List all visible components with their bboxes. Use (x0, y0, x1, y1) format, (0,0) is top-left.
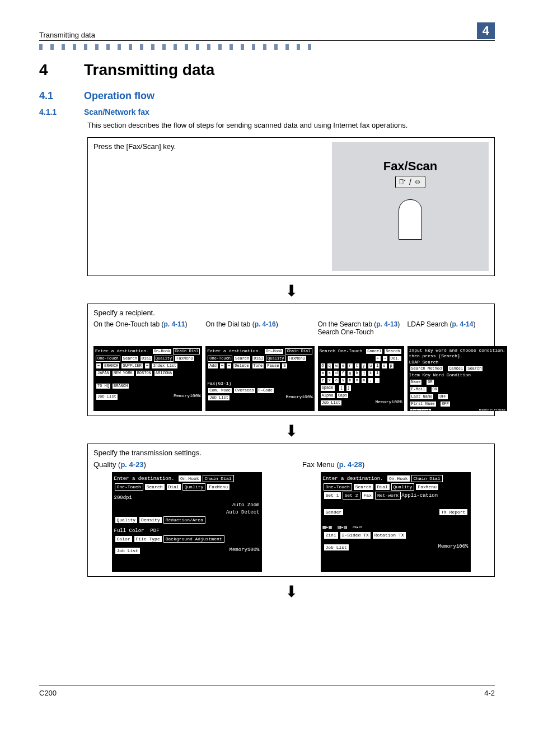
screen-quality: Enter a destination. On-HookChain Dial O… (112, 472, 262, 572)
arrow-down-icon: ⬇ (87, 422, 495, 440)
link-p4-11[interactable]: p. 4-11 (163, 320, 185, 328)
faxscan-label: Fax/Scan (383, 159, 438, 174)
step1-panel: Press the [Fax/Scan] key. Fax/Scan / (87, 137, 495, 276)
link-p4-14[interactable]: p. 4-14 (452, 320, 473, 328)
link-p4-13[interactable]: p. 4-13 (376, 320, 397, 328)
screen-dial: Enter a destination. On-HookChain Dial O… (205, 346, 314, 411)
header-title: Transmitting data (39, 31, 95, 39)
screen-faxmenu: Enter a destination. On-HookChain Dial O… (321, 472, 471, 572)
screen-ldap: Input key word and choose condition, the… (407, 346, 508, 411)
col-onetouch: On the One-Touch tab (p. 4-11) Enter a d… (93, 320, 202, 411)
step3-text: Specify the transmission settings. (93, 449, 489, 457)
step3-panel: Specify the transmission settings. Quali… (87, 444, 495, 577)
footer-right: 4-2 (484, 689, 495, 697)
arrow-down-icon: ⬇ (87, 582, 495, 601)
col-dial: On the Dial tab (p. 4-16) Enter a destin… (205, 320, 314, 411)
step2-text: Specify a recipient. (93, 309, 489, 317)
faxmenu-col: Fax Menu (p. 4-28) Enter a destination. … (302, 460, 489, 572)
arrow-down-icon: ⬇ (87, 282, 495, 300)
step2-panel: Specify a recipient. On the One-Touch ta… (87, 304, 495, 416)
intro-text: This section describes the flow of steps… (87, 121, 495, 129)
heading-3: 4.1.1Scan/Network fax (39, 108, 495, 116)
col-search: On the Search tab (p. 4-13) Search One-T… (318, 320, 404, 411)
decorative-ticks (39, 44, 312, 50)
page-header: Transmitting data 4 (39, 22, 495, 41)
heading-2: 4.1Operation flow (39, 90, 495, 102)
screen-onetouch: Enter a destination. On-HookChain Dial O… (93, 346, 202, 411)
step1-text: Press the [Fax/Scan] key. (93, 142, 326, 151)
header-chapter: 4 (477, 22, 495, 39)
screen-search: Search One-Touch CancelSearch ⬅➡Del. @qw… (318, 346, 404, 411)
svg-rect-0 (400, 179, 403, 184)
quality-col: Quality (p. 4-23) Enter a destination. O… (93, 460, 280, 572)
faxscan-key-image: Fax/Scan / (332, 142, 489, 271)
link-p4-16[interactable]: p. 4-16 (255, 320, 276, 328)
scan-icon (414, 178, 421, 186)
phone-doc-icon (399, 178, 407, 186)
col-ldap: LDAP Search (p. 4-14) Input key word and… (407, 320, 508, 411)
heading-1: 4Transmitting data (39, 61, 495, 79)
page-footer: C200 4-2 (39, 685, 495, 697)
faxscan-key-icon: / (395, 176, 425, 188)
link-p4-28[interactable]: p. 4-28 (339, 460, 362, 469)
footer-left: C200 (39, 689, 57, 697)
finger-icon (399, 199, 422, 240)
link-p4-23[interactable]: p. 4-23 (120, 460, 143, 469)
